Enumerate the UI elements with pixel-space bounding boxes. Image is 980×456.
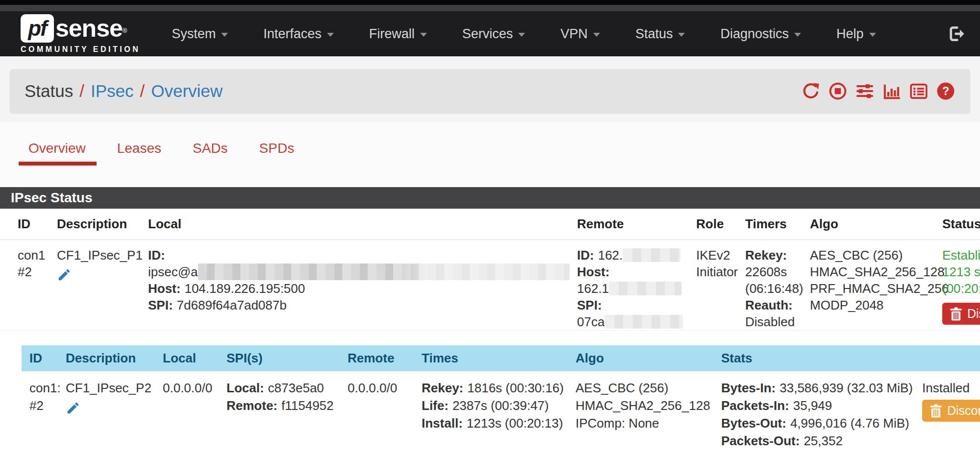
list-icon[interactable] xyxy=(909,81,929,101)
chevron-down-icon xyxy=(221,33,228,37)
remote-spi-label: SPI: xyxy=(577,298,602,312)
redacted-value xyxy=(609,282,681,295)
p1-cell-remote: ID:162. Host: 162.1 SPI: 07ca xyxy=(577,240,696,331)
ipsec-tabs: Overview Leases SADs SPDs xyxy=(0,122,980,166)
p2-header-id: ID xyxy=(22,345,66,371)
nav-label: Diagnostics xyxy=(720,26,789,42)
time-value: 1213s (00:20:13) xyxy=(467,416,563,431)
trash-icon xyxy=(950,307,962,321)
nav-item-services[interactable]: Services xyxy=(445,26,543,42)
local-host-value: 104.189.226.195:500 xyxy=(184,281,305,296)
reauth-label: Reauth: xyxy=(745,297,797,313)
nav-item-diagnostics[interactable]: Diagnostics xyxy=(703,26,819,42)
chevron-down-icon xyxy=(869,33,876,37)
help-icon[interactable]: ? xyxy=(936,81,955,101)
p1-cell-timers: Rekey: 22608s (06:16:48) Reauth: Disable… xyxy=(745,240,810,331)
tab-overview[interactable]: Overview xyxy=(28,141,86,166)
p2-cell-description: CF1_IPsec_P2 xyxy=(66,371,163,456)
p2-child-sa-table: ID Description Local SPI(s) Remote Times… xyxy=(22,345,980,456)
logo-row: pf sense ® xyxy=(21,14,140,43)
table-row: con1: #2 CF1_IPsec_P2 0.0.0.0/0 xyxy=(22,371,980,456)
p2-cell-algo: AES_CBC (256) HMAC_SHA2_256_128 IPComp: … xyxy=(576,371,721,456)
stat-value: 35,949 xyxy=(793,398,832,413)
nav-item-system[interactable]: System xyxy=(154,26,246,42)
tab-sads[interactable]: SADs xyxy=(193,141,228,166)
spi-remote-label: Remote: xyxy=(226,398,277,413)
nav-item-help[interactable]: Help xyxy=(819,26,894,42)
p1-header-row: ID Description Local Remote Role Timers … xyxy=(0,209,980,240)
breadcrumb-link-ipsec[interactable]: IPsec xyxy=(91,81,134,101)
nav-item-interfaces[interactable]: Interfaces xyxy=(246,26,352,42)
chevron-down-icon xyxy=(678,33,685,37)
status-state: Established xyxy=(942,247,980,264)
nav-item-firewall[interactable]: Firewall xyxy=(352,26,445,42)
refresh-icon[interactable] xyxy=(801,81,821,101)
local-network: 0.0.0.0/0 xyxy=(163,379,220,397)
p2-header-local: Local xyxy=(163,345,226,371)
p2-cell-status: Installed Disconnect xyxy=(922,371,980,456)
local-id-value: ipsec@a xyxy=(148,264,198,279)
nav-label: Help xyxy=(836,26,864,42)
stop-icon[interactable] xyxy=(828,81,848,101)
algo-hash: HMAC_SHA2_256_128 xyxy=(576,397,714,414)
description-text: CF1_IPsec_P2 xyxy=(66,379,156,397)
nav-item-status[interactable]: Status xyxy=(618,26,703,42)
time-label: Rekey: xyxy=(422,381,463,395)
breadcrumb-section: Status xyxy=(25,81,73,101)
breadcrumb-separator: / xyxy=(140,81,145,101)
rekey-time: (06:16:48) xyxy=(745,280,801,297)
spi-local-label: Local: xyxy=(226,381,264,395)
nav-label: Status xyxy=(635,26,673,42)
edit-icon[interactable] xyxy=(57,267,72,282)
chart-bar-icon[interactable] xyxy=(882,81,902,101)
p1-status-table: ID Description Local Remote Role Timers … xyxy=(0,209,980,331)
p1-header-id: ID xyxy=(0,209,57,240)
breadcrumb-separator: / xyxy=(79,81,84,101)
local-spi-label: SPI: xyxy=(148,298,173,312)
breadcrumb-link-overview[interactable]: Overview xyxy=(151,81,223,101)
disconnect-p2-button[interactable]: Disconnect xyxy=(922,400,980,422)
algo-hash: HMAC_SHA2_256_128 xyxy=(810,264,933,280)
p1-header-local: Local xyxy=(148,209,577,240)
nav-label: Firewall xyxy=(369,26,415,42)
breadcrumb: Status / IPsec / Overview xyxy=(10,69,970,113)
edit-icon[interactable] xyxy=(66,401,80,415)
logo-pf-mark: pf xyxy=(21,14,54,43)
p2-cell-id: con1: #2 xyxy=(22,371,66,456)
nav-item-vpn[interactable]: VPN xyxy=(543,26,618,42)
sliders-icon[interactable] xyxy=(855,81,875,101)
remote-spi-value: 07ca xyxy=(577,314,604,329)
description-text: CF1_IPsec_P1 xyxy=(57,247,139,264)
edition-label: COMMUNITY EDITION xyxy=(21,45,140,54)
secondary-strip xyxy=(0,5,980,11)
chevron-down-icon xyxy=(794,33,801,37)
chevron-down-icon xyxy=(518,33,525,37)
ipsec-status-panel: IPsec Status ID Description Local Remote… xyxy=(0,187,980,456)
disconnect-p1-button[interactable]: Disconnect xyxy=(942,303,980,325)
algo-prf: PRF_HMAC_SHA2_256 xyxy=(810,280,933,297)
logout-button[interactable] xyxy=(947,24,965,43)
p2-section: ID Description Local SPI(s) Remote Times… xyxy=(22,345,980,456)
p1-cell-status: Established 1213 seconds (00:20:13) Disc… xyxy=(942,240,980,331)
disconnect-label: Disconnect xyxy=(967,307,980,321)
p2-cell-spis: Local:c873e5a0 Remote:f1154952 xyxy=(226,371,348,456)
pfsense-logo[interactable]: pf sense ® COMMUNITY EDITION xyxy=(21,14,140,54)
sign-out-icon xyxy=(947,24,965,43)
local-spi-value: 7d689f64a7ad087b xyxy=(177,298,287,312)
algo-enc: AES_CBC (256) xyxy=(576,379,714,397)
nav-label: System xyxy=(172,26,216,42)
redacted-value xyxy=(198,264,570,280)
remote-network: 0.0.0.0/0 xyxy=(348,379,415,397)
rekey-seconds: 22608s xyxy=(745,264,801,280)
tab-spds[interactable]: SPDs xyxy=(259,141,295,166)
trash-icon xyxy=(930,404,942,418)
remote-host-value: 162.1 xyxy=(577,281,609,296)
p2-header-remote: Remote xyxy=(348,345,422,371)
p2-header-blank xyxy=(922,345,980,371)
tab-leases[interactable]: Leases xyxy=(117,141,161,166)
p1-cell-role: IKEv2 Initiator xyxy=(696,240,745,331)
p2-cell-times: Rekey:1816s (00:30:16) Life:2387s (00:39… xyxy=(422,371,576,456)
panel-title: IPsec Status xyxy=(0,187,980,209)
status-time: (00:20:13) xyxy=(942,280,980,297)
stat-label: Packets-In: xyxy=(721,398,789,413)
